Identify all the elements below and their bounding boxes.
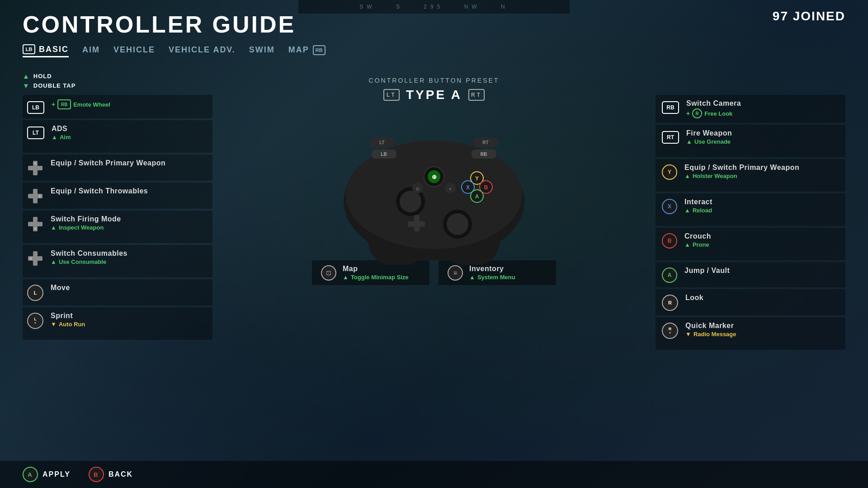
dpad-right-main: Equip / Switch Throwables — [51, 187, 206, 195]
dpad-down-main: Switch Firing Mode — [51, 215, 206, 223]
x-button: X — [662, 199, 677, 214]
view-button: ⊡ — [321, 265, 336, 281]
player-info: 97 JOINED — [773, 9, 845, 23]
rb-button-right: RB — [662, 101, 679, 114]
a-button: A — [662, 267, 677, 283]
back-action[interactable]: B BACK — [89, 467, 133, 482]
center-panel: CONTROLLER BUTTON PRESET LT TYPE A RT — [212, 72, 656, 461]
tab-map[interactable]: MAP RB — [288, 43, 326, 57]
l-stick-click-hold: ▼ Auto Run — [51, 321, 206, 328]
rb-control-row: RB Switch Camera + R Free Look — [656, 95, 845, 123]
a-control-row: A Jump / Vault — [656, 262, 845, 287]
r-stick-click-labels: Quick Marker ▼ Radio Message — [685, 322, 841, 338]
y-control-row: Y Equip / Switch Primary Weapon ▲ Holste… — [656, 159, 845, 192]
rb-combo: + R Free Look — [686, 108, 841, 118]
x-control-row: X Interact ▲ Reload — [656, 193, 845, 226]
r-stick-row: R Look — [656, 289, 845, 315]
map-hold: ▲ Toggle Minimap Size — [343, 274, 420, 281]
dpad-right-icon — [27, 188, 43, 204]
back-label: BACK — [108, 470, 133, 479]
svg-text:⊕: ⊕ — [432, 174, 437, 180]
y-labels: Equip / Switch Primary Weapon ▲ Holster … — [684, 164, 841, 179]
tab-basic[interactable]: LB BASIC — [23, 42, 69, 57]
rt-main: Fire Weapon — [686, 129, 841, 137]
r-stick-icon: R — [662, 295, 678, 311]
l-stick-click-main: Sprint — [51, 312, 206, 320]
svg-text:RB: RB — [481, 152, 487, 157]
lb-badge: LB — [23, 44, 35, 54]
y-hold: ▲ Holster Weapon — [684, 173, 841, 179]
x-labels: Interact ▲ Reload — [684, 198, 841, 214]
b-button: B — [662, 233, 677, 249]
svg-rect-1 — [28, 166, 42, 170]
bottom-bar: A APPLY B BACK — [0, 461, 868, 488]
lb-combo-label: Emote Wheel — [73, 101, 110, 108]
dpad-left-icon — [27, 250, 43, 267]
tab-swim[interactable]: SWIM — [249, 43, 275, 56]
svg-text:⊡: ⊡ — [416, 187, 420, 191]
b-control-row: B Crouch ▲ Prone — [656, 228, 845, 260]
dpad-down-icon — [27, 216, 43, 232]
lb-labels: + RB Emote Wheel — [52, 99, 206, 109]
page-title: CONTROLLER GUIDE — [23, 13, 845, 36]
dpad-right-row: Equip / Switch Throwables — [23, 183, 212, 209]
y-button: Y — [662, 164, 677, 180]
r-stick-click-main: Quick Marker — [685, 322, 841, 330]
lt-button: LT — [27, 127, 44, 139]
minimap-bar: SW S 295 NW N — [298, 0, 570, 14]
rb-combo-badge: RB — [57, 99, 71, 109]
system-menu-hold: ▲ System Menu — [469, 274, 547, 281]
tab-vehicle[interactable]: VEHICLE — [113, 43, 155, 56]
dpad-left-row: Switch Consumables ▲ Use Consumable — [23, 245, 212, 277]
l-stick-main: Move — [51, 284, 206, 292]
back-b-button: B — [89, 467, 104, 482]
a-main: Jump / Vault — [684, 267, 841, 275]
r-stick-main: Look — [685, 294, 841, 302]
l-stick-icon: L — [27, 285, 43, 301]
l-stick-click-labels: Sprint ▼ Auto Run — [51, 312, 206, 328]
svg-text:LT: LT — [379, 140, 384, 145]
dpad-up-labels: Equip / Switch Primary Weapon — [51, 159, 206, 167]
dpad-left-hold: ▲ Use Consumable — [51, 258, 206, 265]
tab-vehicle-adv[interactable]: VEHICLE ADV. — [169, 43, 236, 56]
svg-text:LB: LB — [381, 152, 387, 157]
r-stick-click-row: R ▼ Quick Marker ▼ Radio Message — [656, 317, 845, 350]
lt-badge: LT — [383, 89, 400, 101]
lt-main: ADS — [52, 125, 206, 133]
lb-control-row: LB + RB Emote Wheel — [23, 95, 212, 118]
svg-text:≡: ≡ — [449, 187, 451, 191]
l-stick-labels: Move — [51, 284, 206, 292]
rb-combo-label: Free Look — [704, 110, 732, 117]
dpad-left-labels: Switch Consumables ▲ Use Consumable — [51, 249, 206, 265]
r-stick-labels: Look — [685, 294, 841, 302]
dpad-right-labels: Equip / Switch Throwables — [51, 187, 206, 195]
controller-image: LB RB LT RT — [339, 111, 529, 274]
b-main: Crouch — [684, 232, 841, 240]
lb-combo: + RB Emote Wheel — [52, 99, 206, 109]
dpad-down-hold: ▲ Inspect Weapon — [51, 224, 206, 231]
l-stick-click-icon: L ▼ — [27, 313, 43, 329]
main-area: LB + RB Emote Wheel LT ADS ▲ Aim — [0, 72, 868, 461]
dpad-down-labels: Switch Firing Mode ▲ Inspect Weapon — [51, 215, 206, 231]
lt-control-row: LT ADS ▲ Aim — [23, 120, 212, 153]
tab-aim[interactable]: AIM — [82, 43, 100, 56]
player-count: 97 JOINED — [773, 9, 845, 23]
r-stick-click-hold: ▼ Radio Message — [685, 331, 841, 338]
svg-point-27 — [447, 213, 468, 235]
preset-label: CONTROLLER BUTTON PRESET — [369, 77, 500, 84]
rt-labels: Fire Weapon ▲ Use Grenade — [686, 129, 841, 145]
a-labels: Jump / Vault — [684, 267, 841, 275]
rt-button-right: RT — [662, 131, 679, 144]
svg-rect-29 — [408, 221, 425, 227]
apply-label: APPLY — [42, 470, 71, 479]
apply-action[interactable]: A APPLY — [23, 467, 71, 482]
y-main: Equip / Switch Primary Weapon — [684, 164, 841, 172]
svg-text:RT: RT — [482, 140, 488, 145]
rb-main: Switch Camera — [686, 99, 841, 108]
rt-control-row: RT Fire Weapon ▲ Use Grenade — [656, 125, 845, 157]
svg-text:B: B — [484, 184, 488, 191]
b-hold: ▲ Prone — [684, 241, 841, 248]
svg-text:A: A — [475, 193, 479, 200]
preset-type-name: TYPE A — [406, 88, 462, 102]
svg-text:X: X — [466, 184, 470, 191]
